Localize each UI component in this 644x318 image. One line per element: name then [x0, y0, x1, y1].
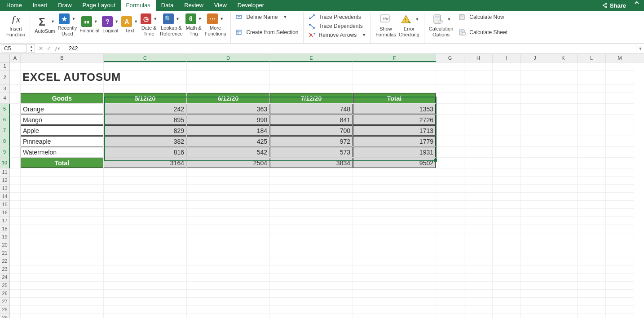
col-H[interactable]: H: [464, 54, 493, 62]
col-D[interactable]: D: [187, 54, 270, 62]
cell-C8[interactable]: 382: [104, 136, 186, 146]
confirm-formula-button[interactable]: ✓: [47, 45, 51, 52]
share-button[interactable]: Share: [598, 0, 630, 11]
col-I[interactable]: I: [493, 54, 521, 62]
col-L[interactable]: L: [578, 54, 606, 62]
col-A[interactable]: A: [10, 54, 21, 62]
select-all-corner[interactable]: [0, 54, 10, 62]
remove-arrows-button[interactable]: Remove Arrows▼: [307, 31, 367, 39]
more-functions-button[interactable]: ⋯▼ More Functions: [204, 13, 227, 37]
row-11[interactable]: 11: [0, 168, 10, 177]
cell-E10[interactable]: 3834: [270, 158, 353, 168]
cell-F5[interactable]: 1353: [353, 104, 436, 114]
show-formulas-button[interactable]: 15fx Show Formulas: [375, 13, 397, 38]
cell-D5[interactable]: 363: [187, 104, 269, 114]
formula-bar-expand[interactable]: ▾: [636, 45, 644, 52]
col-G[interactable]: G: [436, 54, 464, 62]
row-3[interactable]: 3: [0, 85, 10, 93]
row-21[interactable]: 21: [0, 249, 10, 257]
recently-used-button[interactable]: ★▼ Recently Used: [57, 13, 78, 37]
cell-E9[interactable]: 573: [270, 147, 353, 157]
row-16[interactable]: 16: [0, 209, 10, 217]
calculate-now-button[interactable]: Calculate Now: [458, 13, 508, 21]
row-28[interactable]: 28: [0, 306, 10, 314]
row-26[interactable]: 26: [0, 290, 10, 298]
define-name-button[interactable]: Define Name▼: [234, 13, 299, 21]
tab-insert[interactable]: Insert: [27, 0, 53, 11]
row-17[interactable]: 17: [0, 217, 10, 225]
financial-button[interactable]: ∎∎▼ Financial: [79, 15, 100, 35]
name-box[interactable]: C5: [1, 44, 27, 53]
cancel-formula-button[interactable]: ✕: [39, 45, 43, 52]
cell-C9[interactable]: 816: [104, 147, 186, 157]
row-19[interactable]: 19: [0, 233, 10, 241]
text-button[interactable]: A▼ Text: [120, 15, 139, 35]
row-20[interactable]: 20: [0, 241, 10, 249]
namebox-spinner[interactable]: ▲▼: [28, 44, 35, 53]
tab-review[interactable]: Review: [179, 0, 209, 11]
row-9[interactable]: 9: [0, 147, 10, 158]
cell-E6[interactable]: 841: [270, 115, 353, 125]
cell-C6[interactable]: 895: [104, 115, 186, 125]
cell-B10[interactable]: Total: [21, 158, 103, 168]
cell-D7[interactable]: 184: [187, 125, 269, 136]
row-10[interactable]: 10: [0, 158, 10, 168]
col-F[interactable]: F: [353, 54, 436, 62]
row-25[interactable]: 25: [0, 282, 10, 290]
create-from-selection-button[interactable]: Create from Selection: [234, 28, 299, 36]
cell-C10[interactable]: 3164: [104, 158, 186, 168]
tab-view[interactable]: View: [209, 0, 232, 11]
calculate-sheet-button[interactable]: Calculate Sheet: [458, 28, 508, 36]
row-13[interactable]: 13: [0, 185, 10, 193]
row-14[interactable]: 14: [0, 193, 10, 201]
col-B[interactable]: B: [21, 54, 104, 62]
cell-F7[interactable]: 1713: [353, 125, 436, 136]
cell-C7[interactable]: 829: [104, 125, 186, 136]
fx-icon[interactable]: ƒx: [55, 45, 62, 52]
row-18[interactable]: 18: [0, 225, 10, 233]
cell-B8[interactable]: Pinneaple: [21, 136, 103, 146]
row-29[interactable]: 29: [0, 314, 10, 318]
autosum-button[interactable]: Σ▼ AutoSum: [34, 15, 56, 35]
tab-developer[interactable]: Developer: [232, 0, 269, 11]
row-24[interactable]: 24: [0, 274, 10, 282]
cell-D8[interactable]: 425: [187, 136, 269, 146]
cell-F8[interactable]: 1779: [353, 136, 436, 146]
row-1[interactable]: 1: [0, 62, 10, 71]
cell-E7[interactable]: 700: [270, 125, 353, 136]
row-4[interactable]: 4: [0, 93, 10, 104]
cell-E5[interactable]: 748: [270, 104, 353, 114]
cell-B7[interactable]: Apple: [21, 125, 103, 136]
cell-D6[interactable]: 990: [187, 115, 269, 125]
calculation-options-button[interactable]: ▼ Calculation Options: [428, 13, 454, 38]
formula-input[interactable]: [66, 44, 636, 53]
cell-B5[interactable]: Orange: [21, 104, 103, 114]
row-27[interactable]: 27: [0, 298, 10, 306]
datetime-button[interactable]: ◷▼ Date & Time: [140, 13, 158, 37]
lookup-button[interactable]: 🔍▼ Lookup & Reference: [159, 13, 184, 37]
col-M[interactable]: M: [606, 54, 634, 62]
tab-pagelayout[interactable]: Page Layout: [77, 0, 121, 11]
cell-D9[interactable]: 542: [187, 147, 269, 157]
tab-data[interactable]: Data: [156, 0, 179, 11]
row-12[interactable]: 12: [0, 177, 10, 185]
collapse-ribbon-button[interactable]: [630, 0, 644, 11]
cell-E8[interactable]: 972: [270, 136, 353, 146]
row-2[interactable]: 2: [0, 71, 10, 85]
cell-B6[interactable]: Mango: [21, 115, 103, 125]
tab-home[interactable]: Home: [1, 0, 27, 11]
row-23[interactable]: 23: [0, 265, 10, 274]
row-8[interactable]: 8: [0, 136, 10, 147]
cell-C5[interactable]: 242: [104, 104, 186, 114]
cell-F6[interactable]: 2726: [353, 115, 436, 125]
col-J[interactable]: J: [521, 54, 549, 62]
row-15[interactable]: 15: [0, 201, 10, 209]
row-6[interactable]: 6: [0, 115, 10, 125]
row-22[interactable]: 22: [0, 257, 10, 265]
error-checking-button[interactable]: !▼ Error Checking: [398, 13, 420, 38]
insert-function-button[interactable]: ƒx Insert Function: [5, 13, 26, 38]
trace-dependents-button[interactable]: Trace Dependents: [307, 22, 367, 30]
spreadsheet-grid[interactable]: 1 2 EXCEL AUTOSUM 3 4 Goods 5/12/20 6/12…: [0, 62, 644, 318]
col-E[interactable]: E: [270, 54, 353, 62]
tab-draw[interactable]: Draw: [53, 0, 77, 11]
